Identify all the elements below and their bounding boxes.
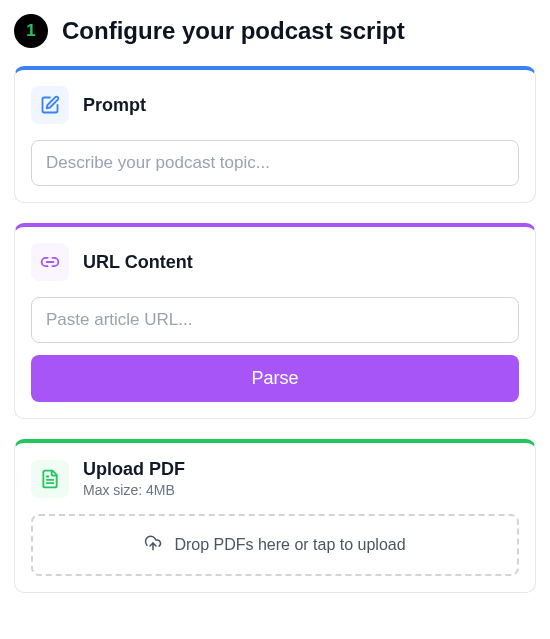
url-title: URL Content <box>83 252 193 273</box>
edit-icon <box>31 86 69 124</box>
prompt-card: Prompt <box>14 66 536 203</box>
pdf-card-head: Upload PDF Max size: 4MB <box>31 459 519 498</box>
pdf-title: Upload PDF <box>83 459 185 480</box>
pdf-subtitle: Max size: 4MB <box>83 482 185 498</box>
page-title: Configure your podcast script <box>62 17 405 45</box>
file-icon <box>31 460 69 498</box>
link-icon <box>31 243 69 281</box>
parse-button[interactable]: Parse <box>31 355 519 402</box>
prompt-card-head: Prompt <box>31 86 519 124</box>
url-card-head: URL Content <box>31 243 519 281</box>
url-card: URL Content Parse <box>14 223 536 419</box>
pdf-dropzone[interactable]: Drop PDFs here or tap to upload <box>31 514 519 576</box>
prompt-input[interactable] <box>31 140 519 186</box>
pdf-card: Upload PDF Max size: 4MB Drop PDFs here … <box>14 439 536 593</box>
dropzone-label: Drop PDFs here or tap to upload <box>174 536 405 554</box>
step-badge: 1 <box>14 14 48 48</box>
url-input[interactable] <box>31 297 519 343</box>
page-header: 1 Configure your podcast script <box>14 14 536 48</box>
prompt-title: Prompt <box>83 95 146 116</box>
upload-icon <box>144 534 162 556</box>
